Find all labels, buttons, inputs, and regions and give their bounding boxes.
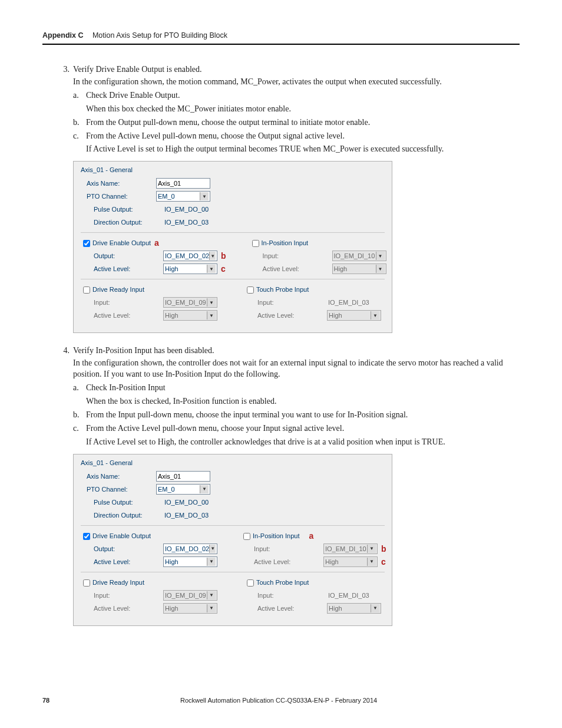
output-select[interactable]: IO_EM_DO_02▼	[163, 543, 217, 554]
input-label: Input:	[241, 545, 323, 552]
step3-a-cont: When this box checked the MC_Power initi…	[86, 104, 520, 115]
step-heading: Verify Drive Enable Output is enabled.	[73, 65, 520, 74]
sub-letter: b.	[73, 410, 86, 421]
step4-intro: In the configuration shown, the controll…	[73, 358, 520, 380]
drive-enable-checkbox[interactable]	[83, 240, 90, 247]
step3-intro: In the configuration shown, the motion c…	[73, 77, 520, 88]
step4-c: c. From the Active Level pull-down menu,…	[73, 423, 520, 434]
touch-probe-checkbox[interactable]	[247, 286, 254, 294]
dr-level-select: High▼	[163, 310, 217, 321]
step-number: 4.	[57, 346, 73, 355]
step3-b: b. From the Output pull-down menu, choos…	[73, 117, 520, 129]
dr-input-label: Input:	[81, 299, 163, 306]
pulse-output-value: IO_EM_DO_00	[163, 206, 209, 213]
dr-input-select: IO_EM_DI_09▼	[163, 590, 217, 601]
sub-text: From the Active Level pull-down menu, ch…	[86, 423, 520, 434]
input-label: Input:	[250, 252, 332, 259]
direction-output-label: Direction Output:	[81, 512, 163, 519]
step4-c-cont: If Active Level set to High, the control…	[86, 437, 520, 448]
chevron-down-icon: ▼	[207, 311, 216, 319]
drive-enable-checkbox[interactable]	[83, 533, 90, 540]
select-value: High	[165, 312, 178, 319]
chevron-down-icon: ▼	[209, 252, 216, 260]
step3-a: a. Check Drive Enable Output.	[73, 90, 520, 101]
chevron-down-icon: ▼	[367, 558, 376, 566]
step-heading: Verify In-Position Input has been disabl…	[73, 346, 520, 355]
active-level-select[interactable]: High▼	[163, 263, 217, 274]
dr-input-select: IO_EM_DI_09▼	[163, 297, 217, 308]
output-select[interactable]: IO_EM_DO_02▼	[163, 251, 217, 261]
annotation-c: c	[221, 264, 226, 274]
dr-input-label: Input:	[81, 592, 163, 599]
active-level-select[interactable]: High▼	[163, 556, 217, 567]
select-value: High	[325, 558, 339, 565]
pto-channel-label: PTO Channel:	[81, 193, 156, 200]
sub-text: From the Input pull-down menu, choose th…	[86, 410, 520, 421]
direction-output-value: IO_EM_DO_03	[163, 219, 209, 226]
step4-a-cont: When the box is checked, In-Position fun…	[86, 396, 520, 407]
direction-output-label: Direction Output:	[81, 219, 163, 226]
axis-name-label: Axis Name:	[81, 473, 156, 480]
annotation-c: c	[381, 557, 386, 566]
step4-b: b. From the Input pull-down menu, choose…	[73, 410, 520, 421]
select-value: EM_0	[158, 193, 175, 200]
sub-letter: b.	[73, 117, 86, 129]
tp-level-label: Active Level:	[244, 605, 327, 612]
tp-input-label: Input:	[244, 299, 327, 306]
in-position-label: In-Position Input	[253, 532, 300, 539]
annotation-a: a	[154, 238, 159, 248]
chevron-down-icon: ▼	[207, 558, 216, 566]
pulse-output-label: Pulse Output:	[81, 206, 163, 213]
annotation-b: b	[381, 544, 386, 554]
input-select: IO_EM_DI_10▼	[323, 543, 378, 554]
drive-ready-checkbox[interactable]	[83, 579, 90, 587]
touch-probe-label: Touch Probe Input	[256, 579, 309, 586]
sub-text: From the Output pull-down menu, choose t…	[86, 117, 520, 129]
touch-probe-label: Touch Probe Input	[256, 286, 309, 293]
axis-name-input[interactable]	[156, 471, 210, 482]
select-value: High	[165, 265, 178, 272]
chevron-down-icon: ▼	[207, 265, 216, 273]
appendix-label: Appendix C	[42, 31, 83, 39]
drive-enable-label: Drive Enable Output	[92, 239, 151, 246]
page-number: 78	[42, 697, 49, 704]
select-value: IO_EM_DI_10	[325, 545, 366, 552]
active-level-label: Active Level:	[81, 265, 163, 272]
pto-channel-select[interactable]: EM_0▼	[156, 484, 210, 495]
touch-probe-checkbox[interactable]	[247, 579, 254, 587]
dr-level-label: Active Level:	[81, 605, 163, 612]
drive-ready-label: Drive Ready Input	[92, 579, 144, 586]
group-title: Axis_01 - General	[81, 459, 385, 466]
input-select: IO_EM_DI_10▼	[332, 251, 386, 261]
config-screenshot-1: Axis_01 - General Axis Name: PTO Channel…	[73, 161, 392, 333]
in-position-label: In-Position Input	[262, 239, 309, 246]
active-level-label-2: Active Level:	[241, 558, 323, 565]
page-footer: 78 Rockwell Automation Publication CC-QS…	[42, 697, 520, 704]
pto-channel-select[interactable]: EM_0▼	[156, 191, 210, 202]
drive-ready-label: Drive Ready Input	[92, 286, 144, 293]
chevron-down-icon: ▼	[207, 604, 216, 612]
select-value: IO_EM_DO_02	[165, 545, 209, 552]
drive-ready-checkbox[interactable]	[83, 286, 90, 294]
axis-name-input[interactable]	[156, 178, 210, 189]
active-level-label-2: Active Level:	[250, 265, 332, 272]
select-value: High	[334, 265, 348, 272]
select-value: EM_0	[158, 486, 175, 493]
config-screenshot-2: Axis_01 - General Axis Name: PTO Channel…	[73, 454, 392, 626]
tp-level-select: High▼	[327, 603, 381, 614]
chevron-down-icon: ▼	[207, 591, 216, 599]
drive-enable-label: Drive Enable Output	[92, 532, 151, 539]
select-value: High	[329, 312, 342, 319]
sub-letter: a.	[73, 90, 86, 101]
select-value: IO_EM_DI_09	[165, 299, 206, 306]
tp-level-label: Active Level:	[244, 312, 327, 319]
annotation-a: a	[309, 531, 314, 541]
in-position-checkbox[interactable]	[243, 533, 250, 540]
tp-input-label: Input:	[244, 592, 327, 599]
chevron-down-icon: ▼	[371, 311, 379, 319]
sub-letter: c.	[73, 131, 86, 142]
select-value: IO_EM_DI_09	[165, 592, 206, 599]
in-position-checkbox[interactable]	[252, 240, 259, 247]
chevron-down-icon: ▼	[367, 545, 376, 553]
chevron-down-icon: ▼	[376, 252, 385, 260]
